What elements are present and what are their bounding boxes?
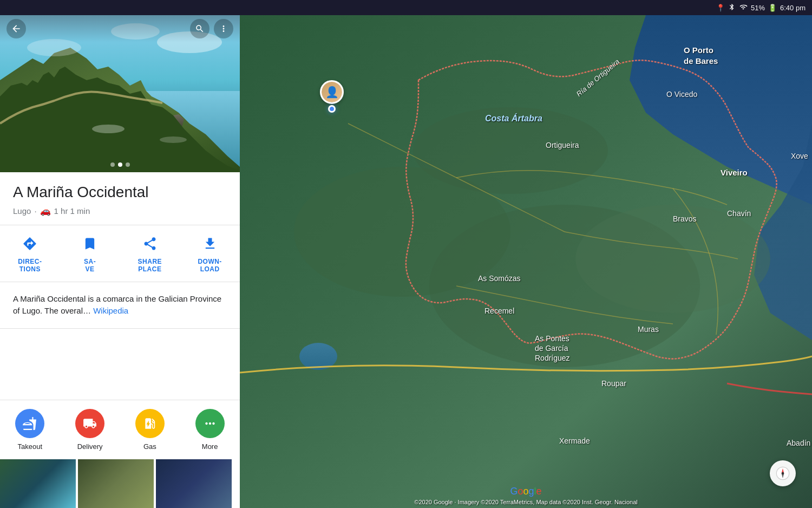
label-o-porto: O Portode Bares [684,45,718,66]
gas-button[interactable]: Gas [120,409,180,451]
label-bravos: Bravos [673,214,697,223]
car-icon: 🚗 [40,206,51,216]
label-o-vicedo: O Vicedo [666,90,697,99]
delivery-button[interactable]: Delivery [60,409,120,451]
google-logo-map: Google [510,486,541,497]
more-button[interactable]: More [180,409,240,451]
more-icon [195,409,225,438]
label-abadn: Abadín [787,439,810,447]
divider-1 [0,328,240,329]
travel-time: 1 hr 1 min [54,206,90,216]
wikipedia-link[interactable]: Wikipedia [93,306,128,315]
location-icon: 📍 [716,4,725,12]
delivery-icon [75,409,104,438]
download-label: DOWN-LOAD [198,258,222,273]
user-avatar: 👤 [320,80,344,104]
svg-point-23 [782,472,784,475]
back-button[interactable] [6,19,26,38]
action-buttons: DIREC-TIONS SA-VE SHAREPLACE DOWN-LOAD [0,225,240,282]
label-ortigueira: Ortigueira [546,141,579,149]
label-as-somozas: As Somózas [478,274,521,283]
wifi-icon [739,3,748,12]
delivery-label: Delivery [77,442,103,451]
thumb-3[interactable] [156,459,232,508]
more-label: More [202,442,218,451]
label-chavin: Chavín [727,209,751,218]
directions-label: DIREC-TIONS [18,258,42,273]
dot-2 [118,162,122,167]
save-icon [80,234,100,253]
photo-top-bar [0,15,240,42]
description: A Mariña Occidental is a comarca in the … [0,282,240,328]
time-display: 6:40 pm [780,4,806,12]
bottom-buttons: Takeout Delivery Gas More [0,400,240,455]
svg-point-8 [160,136,187,143]
map-attribution: ©2020 Google · Imagery ©2020 TerraMetric… [414,499,637,505]
directions-button[interactable]: DIREC-TIONS [0,234,60,273]
user-pin: 👤 [320,80,344,113]
place-subtitle: Lugo · 🚗 1 hr 1 min [13,206,227,216]
directions-icon [20,234,40,253]
label-recemel: Recemel [484,307,514,315]
download-button[interactable]: DOWN-LOAD [180,234,240,273]
label-as-pontes: As Pontesde GarcíaRodríguez [535,334,570,363]
share-label: SHAREPLACE [138,258,162,273]
svg-point-7 [92,125,125,133]
compass-button[interactable] [770,460,796,486]
share-icon [140,234,160,253]
more-options-button[interactable] [214,19,233,38]
label-xermade: Xermade [559,437,590,445]
save-label: SA-VE [84,258,96,273]
photo-action-buttons [190,19,233,38]
download-icon [200,234,220,253]
label-xove: Xove [791,152,808,160]
status-bar: 📍 51% 🔋 6:40 pm [0,0,812,15]
left-panel: A Mariña Occidental Lugo · 🚗 1 hr 1 min … [0,15,240,508]
label-muras: Muras [638,325,659,334]
compass-icon [775,466,790,481]
label-viveiro: Viveiro [721,168,748,177]
gas-icon [135,409,165,438]
separator: · [34,206,36,216]
bluetooth-icon [728,3,736,12]
takeout-icon [15,409,44,438]
battery-text: 51% [751,4,765,12]
share-button[interactable]: SHAREPLACE [120,234,180,273]
dot-1 [110,162,115,167]
status-icons: 📍 51% 🔋 6:40 pm [716,3,806,12]
map-area[interactable]: O Portode Bares Ría de Ortigueira O Vice… [240,15,812,508]
thumb-1[interactable] [0,459,76,508]
save-button[interactable]: SA-VE [60,234,120,273]
photo-area [0,15,240,172]
battery-icon: 🔋 [768,4,777,12]
label-roupar: Roupar [601,379,626,388]
takeout-label: Takeout [18,442,43,451]
place-name: A Mariña Occidental [13,183,227,201]
photo-dots [110,162,130,167]
thumbnail-strip [0,455,240,508]
place-info: A Mariña Occidental Lugo · 🚗 1 hr 1 min [0,172,240,225]
thumb-2[interactable] [78,459,154,508]
avatar-inner: 👤 [322,82,342,102]
dot-3 [126,162,130,167]
gas-label: Gas [143,442,156,451]
takeout-button[interactable]: Takeout [0,409,60,451]
place-location: Lugo [13,206,31,216]
location-dot [328,105,336,113]
search-button[interactable] [190,19,209,38]
label-costa-artabra: Costa Ártabra [485,114,542,123]
